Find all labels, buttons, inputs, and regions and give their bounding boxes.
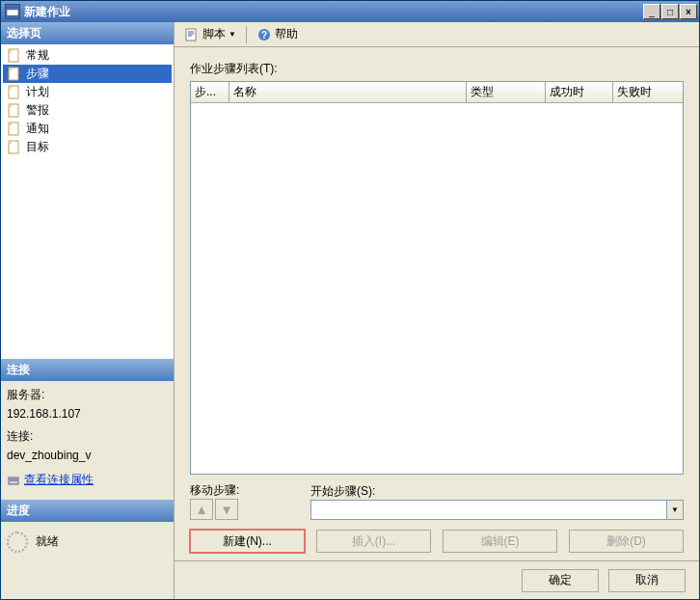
svg-rect-9: [10, 478, 17, 481]
page-icon: [7, 85, 22, 100]
step-list-label: 作业步骤列表(T):: [190, 61, 684, 77]
edit-button[interactable]: 编辑(E): [443, 530, 557, 553]
page-icon: [7, 103, 22, 119]
col-success[interactable]: 成功时: [546, 82, 613, 102]
nav-item-targets[interactable]: 目标: [3, 138, 172, 156]
link-label: 查看连接属性: [24, 472, 94, 488]
connection-label: 连接:: [7, 428, 168, 445]
svg-rect-10: [186, 29, 196, 41]
step-list[interactable]: 步... 名称 类型 成功时 失败时: [190, 81, 684, 475]
arrow-down-icon: ▼: [220, 503, 232, 517]
dialog-footer: 确定 取消: [175, 560, 699, 599]
arrow-up-icon: ▲: [195, 503, 207, 517]
nav-item-label: 计划: [26, 84, 49, 100]
script-button[interactable]: 脚本 ▼: [180, 24, 240, 44]
nav-item-label: 常规: [26, 47, 49, 64]
script-label: 脚本: [202, 26, 226, 42]
progress-panel: 就绪: [1, 522, 174, 600]
close-button[interactable]: ×: [680, 4, 697, 19]
server-icon: [7, 474, 20, 487]
nav-item-label: 目标: [26, 139, 49, 155]
right-panel: 脚本 ▼ ? 帮助 作业步骤列表(T): 步... 名称 类型 成功时: [175, 22, 699, 599]
server-value: 192.168.1.107: [7, 407, 168, 421]
connection-panel: 服务器: 192.168.1.107 连接: dev_zhoubing_v 查看…: [1, 381, 174, 500]
delete-button[interactable]: 删除(D): [569, 530, 684, 553]
start-step-select[interactable]: ▼: [310, 500, 684, 520]
page-icon: [7, 140, 22, 155]
cancel-button[interactable]: 取消: [608, 569, 686, 592]
page-nav: 常规 步骤 计划 警报 通知: [1, 44, 174, 359]
col-name[interactable]: 名称: [229, 82, 467, 102]
progress-header: 进度: [1, 500, 174, 522]
titlebar[interactable]: 新建作业 _ □ ×: [1, 1, 699, 22]
col-fail[interactable]: 失败时: [613, 82, 683, 102]
col-step[interactable]: 步...: [191, 82, 229, 102]
nav-item-label: 步骤: [26, 66, 49, 82]
view-connection-props-link[interactable]: 查看连接属性: [7, 472, 94, 488]
new-button[interactable]: 新建(N)...: [190, 530, 305, 553]
connection-header: 连接: [1, 359, 174, 381]
toolbar-separator: [246, 26, 247, 43]
page-icon: [7, 67, 22, 82]
progress-status: 就绪: [36, 533, 59, 550]
dropdown-icon: ▼: [229, 30, 236, 39]
help-icon: ?: [256, 27, 272, 42]
minimize-button[interactable]: _: [643, 4, 660, 19]
progress-spinner-icon: [7, 532, 28, 553]
window-controls: _ □ ×: [643, 4, 697, 19]
help-button[interactable]: ? 帮助: [253, 24, 302, 44]
ok-button[interactable]: 确定: [522, 569, 599, 592]
dialog-window: 新建作业 _ □ × 选择页 常规 步骤 计划: [0, 0, 700, 600]
server-label: 服务器:: [7, 387, 168, 403]
move-down-button[interactable]: ▼: [215, 499, 238, 520]
dialog-body: 选择页 常规 步骤 计划 警报: [1, 22, 699, 599]
nav-item-steps[interactable]: 步骤: [3, 65, 172, 83]
page-icon: [7, 48, 22, 64]
move-step-label: 移动步骤:: [190, 482, 301, 499]
nav-item-notify[interactable]: 通知: [3, 120, 172, 138]
app-icon: [5, 4, 20, 19]
start-step-label: 开始步骤(S):: [310, 483, 684, 500]
nav-item-alerts[interactable]: 警报: [3, 101, 172, 120]
select-page-header: 选择页: [1, 22, 174, 44]
insert-button[interactable]: 插入(I)...: [316, 530, 431, 553]
nav-item-schedule[interactable]: 计划: [3, 83, 172, 101]
window-title: 新建作业: [24, 4, 643, 20]
dropdown-button[interactable]: ▼: [666, 501, 683, 519]
page-icon: [7, 122, 22, 137]
nav-item-general[interactable]: 常规: [3, 46, 172, 65]
nav-item-label: 通知: [26, 121, 49, 137]
script-icon: [184, 27, 200, 42]
move-step-row: 移动步骤: ▲ ▼ 开始步骤(S): ▼: [190, 482, 684, 520]
left-panel: 选择页 常规 步骤 计划 警报: [1, 22, 175, 599]
svg-text:?: ?: [261, 30, 267, 41]
start-step-value: [311, 501, 666, 519]
list-body[interactable]: [191, 103, 683, 474]
help-label: 帮助: [275, 26, 298, 42]
main-content: 作业步骤列表(T): 步... 名称 类型 成功时 失败时 移动步骤:: [175, 47, 699, 560]
col-type[interactable]: 类型: [467, 82, 546, 102]
connection-value: dev_zhoubing_v: [7, 449, 168, 462]
maximize-button[interactable]: □: [661, 4, 679, 19]
svg-rect-1: [7, 8, 18, 11]
toolbar: 脚本 ▼ ? 帮助: [175, 22, 699, 47]
nav-item-label: 警报: [26, 102, 49, 119]
list-header: 步... 名称 类型 成功时 失败时: [191, 82, 683, 103]
action-buttons: 新建(N)... 插入(I)... 编辑(E) 删除(D): [190, 530, 684, 553]
move-up-button[interactable]: ▲: [190, 499, 213, 520]
